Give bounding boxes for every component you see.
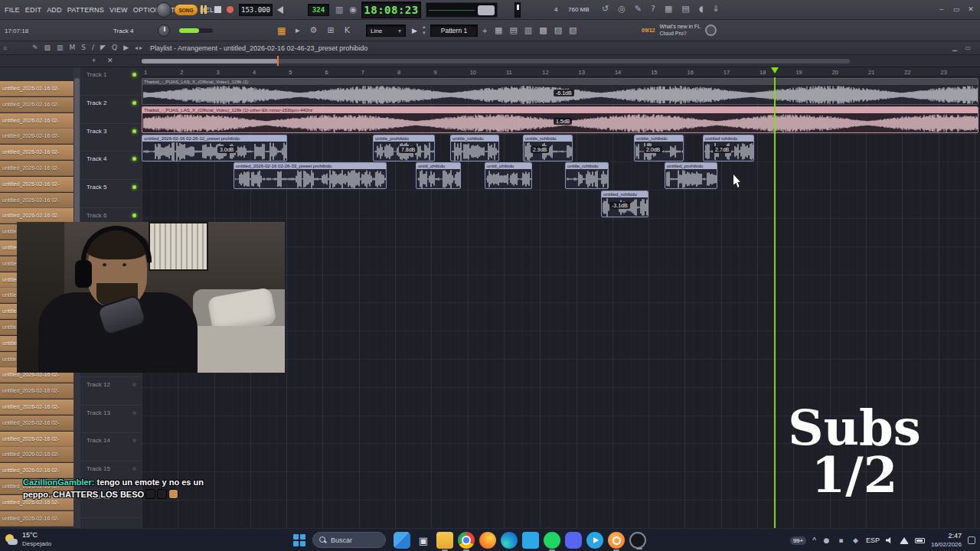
- chat-icon[interactable]: ◖: [699, 4, 704, 14]
- browser-item[interactable]: untitled_2026-02-16 02-: [0, 129, 74, 144]
- audio-clip[interactable]: Thatkid_-_PIJAS_LAS_X_(Official_Video)_1…: [142, 78, 978, 105]
- pattern-stepper[interactable]: ▴ ▾: [423, 24, 426, 36]
- pattern-selector[interactable]: Pattern 1: [430, 24, 478, 37]
- audio-clip[interactable]: untitle_rohibido: [565, 162, 609, 189]
- step-seq-icon[interactable]: ▤: [509, 25, 517, 35]
- slice-tool-icon[interactable]: /: [92, 44, 94, 51]
- time-display[interactable]: 18:08:23: [361, 2, 421, 18]
- playlist-scrollbar[interactable]: [142, 59, 850, 64]
- minimize-button[interactable]: –: [936, 3, 948, 15]
- fl-cloud-notice[interactable]: 09/12 What's new in FLCloud Pro?: [642, 23, 717, 37]
- audio-clip[interactable]: untitle_rohibido: [450, 135, 499, 161]
- file-explorer-icon[interactable]: [436, 532, 453, 549]
- stop-button[interactable]: [214, 6, 221, 13]
- audio-clip[interactable]: untitl_ohibido: [416, 162, 461, 189]
- audio-clip[interactable]: Thatkid_-_PIJAS_LAS_X_(Official_Video)_1…: [142, 106, 978, 133]
- track-led-icon[interactable]: [132, 101, 136, 105]
- audio-clip[interactable]: untitled_rohibido-3.1dB: [601, 191, 648, 217]
- browser-item[interactable]: untitled_2026-02-16 02-: [0, 511, 74, 527]
- search-box[interactable]: Buscar: [312, 532, 386, 548]
- menu-item-add[interactable]: ADD: [47, 6, 62, 14]
- keyboard-icon[interactable]: K: [345, 25, 350, 35]
- track-header[interactable]: Track 1: [80, 67, 142, 96]
- list-icon[interactable]: ▥: [524, 25, 532, 35]
- onedrive-icon[interactable]: ●: [822, 536, 831, 545]
- update-icon[interactable]: ◆: [851, 536, 860, 545]
- clock[interactable]: 2:47 16/02/2026: [931, 532, 962, 549]
- edge-icon[interactable]: [501, 532, 518, 549]
- obs-icon[interactable]: [629, 532, 646, 549]
- typing-keyboard-icon[interactable]: ▦: [665, 4, 672, 14]
- scrollbar-thumb[interactable]: [142, 59, 278, 64]
- playhead-marker-icon[interactable]: [771, 67, 779, 73]
- widgets-icon[interactable]: [394, 532, 410, 549]
- volume-icon[interactable]: [886, 536, 893, 544]
- tempo-display[interactable]: 153.000: [239, 4, 273, 16]
- discord-icon[interactable]: [565, 532, 582, 549]
- close-button[interactable]: ✕: [965, 3, 977, 15]
- select-tool-icon[interactable]: ◤: [100, 44, 106, 51]
- fl-logo-icon[interactable]: [156, 2, 172, 18]
- browser-item[interactable]: untitled_2026-02-16 02-: [0, 383, 74, 399]
- audio-clip[interactable]: untitled_prohibido: [665, 162, 717, 189]
- track-header[interactable]: Track 5: [80, 180, 142, 208]
- grid-icon[interactable]: ▦: [495, 25, 502, 35]
- browser-toggle-icon[interactable]: ▧: [569, 25, 577, 35]
- delete-button[interactable]: ✕: [107, 57, 113, 64]
- audio-clip[interactable]: untitled_2026-02-16 02-26-33_preset proh…: [234, 162, 387, 189]
- delete-tool-icon[interactable]: ▥: [57, 44, 64, 51]
- settings-icon[interactable]: ⚙: [310, 25, 318, 35]
- track-led-icon[interactable]: [132, 73, 136, 77]
- playlist-nav-arrows[interactable]: ◂▸: [135, 44, 144, 51]
- browser-item[interactable]: untitled_2026-02-16 02-: [0, 416, 74, 431]
- track-header[interactable]: Track 2: [80, 96, 142, 124]
- mute-tool-icon[interactable]: M: [70, 44, 76, 51]
- shape-selector[interactable]: Line ▾: [366, 24, 406, 37]
- browser-item[interactable]: untitled_2026-02-16 02-: [0, 97, 74, 112]
- playback-tool-icon[interactable]: ▶: [123, 44, 129, 51]
- browser-item[interactable]: untitled_2026-02-16 02-: [0, 145, 74, 160]
- notebook-icon[interactable]: ▤: [681, 4, 689, 14]
- track-header[interactable]: Track 14: [80, 433, 142, 461]
- browser-item[interactable]: untitled_2026-02-16 02-: [0, 81, 74, 96]
- vscode-icon[interactable]: [522, 532, 539, 549]
- track-led-icon[interactable]: [132, 214, 136, 217]
- metronome-icon[interactable]: [277, 6, 283, 14]
- browser-item[interactable]: untitled_2026-02-16 02-: [0, 447, 74, 462]
- arrow-tool-icon[interactable]: ▸: [296, 25, 300, 35]
- menu-item-edit[interactable]: EDIT: [25, 6, 41, 14]
- record-button[interactable]: [227, 6, 234, 13]
- notification-count-badge[interactable]: 99+: [790, 536, 807, 545]
- link-icon[interactable]: ⊞: [327, 25, 334, 35]
- tray-expand-icon[interactable]: ^: [812, 536, 816, 545]
- browser-item[interactable]: untitled_2026-02-16 02-: [0, 161, 74, 176]
- telegram-icon[interactable]: [586, 532, 603, 549]
- menu-item-file[interactable]: FILE: [5, 6, 20, 14]
- playback-start-marker[interactable]: [277, 56, 279, 66]
- slip-tool-icon[interactable]: S: [81, 44, 86, 51]
- battery-icon[interactable]: [915, 538, 925, 543]
- playlist-window-buttons[interactable]: ▁ ▭: [952, 44, 974, 51]
- maximize-button[interactable]: ▭: [950, 3, 962, 15]
- notification-center-icon[interactable]: [968, 536, 975, 544]
- browser-item[interactable]: untitled_2026-02-16 02-: [0, 177, 74, 192]
- track-led-icon[interactable]: [132, 467, 136, 471]
- eq-icon[interactable]: ▦: [277, 25, 286, 36]
- browser-item[interactable]: untitled_2026-02-16 02-: [0, 399, 74, 415]
- chrome-icon[interactable]: [458, 532, 475, 549]
- add-track-button[interactable]: +: [92, 57, 96, 64]
- main-pitch-slider[interactable]: [179, 28, 213, 33]
- draw-tool-icon[interactable]: ✎: [32, 44, 38, 51]
- track-led-icon[interactable]: [132, 411, 136, 415]
- download-icon[interactable]: ⇓: [713, 4, 720, 14]
- wifi-icon[interactable]: [900, 537, 909, 544]
- track-led-icon[interactable]: [132, 185, 136, 189]
- edit-icon[interactable]: ✎: [635, 4, 642, 14]
- sync-icon[interactable]: ↺: [602, 4, 609, 14]
- track-header[interactable]: Track 3: [80, 124, 142, 152]
- audio-clip[interactable]: untitl_ohibido: [485, 162, 532, 189]
- browser-item[interactable]: untitled_2026-02-16 02-: [0, 193, 74, 208]
- song-mode-button[interactable]: SONG: [175, 5, 198, 15]
- loop-record-icon[interactable]: ◉: [349, 5, 357, 15]
- track-header[interactable]: Track 12: [80, 377, 142, 406]
